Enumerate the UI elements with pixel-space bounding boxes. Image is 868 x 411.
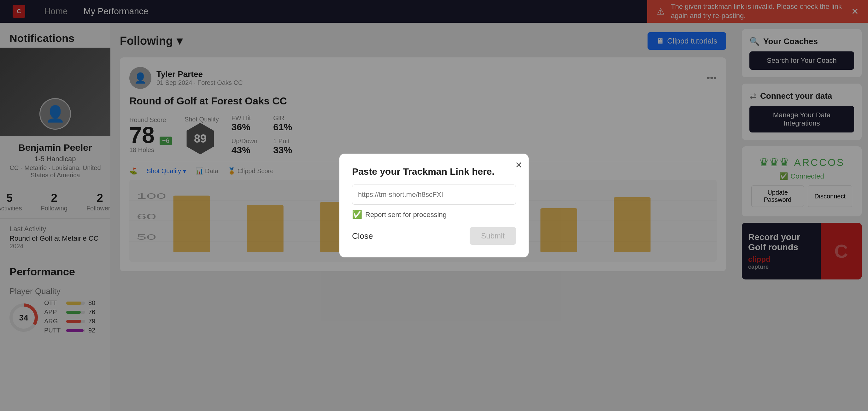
check-circle-icon: ✅ <box>352 210 362 220</box>
modal-title: Paste your Trackman Link here. <box>352 166 516 177</box>
modal-close-icon[interactable]: ✕ <box>515 160 522 170</box>
modal-close-button[interactable]: Close <box>352 231 373 241</box>
modal-actions: Close Submit <box>352 227 516 245</box>
modal-box: Paste your Trackman Link here. ✕ ✅ Repor… <box>339 154 529 257</box>
modal-success-message: ✅ Report sent for processing <box>352 210 516 220</box>
modal-submit-button[interactable]: Submit <box>470 227 516 245</box>
modal-overlay: Paste your Trackman Link here. ✕ ✅ Repor… <box>0 0 868 411</box>
trackman-link-input[interactable] <box>352 185 516 205</box>
